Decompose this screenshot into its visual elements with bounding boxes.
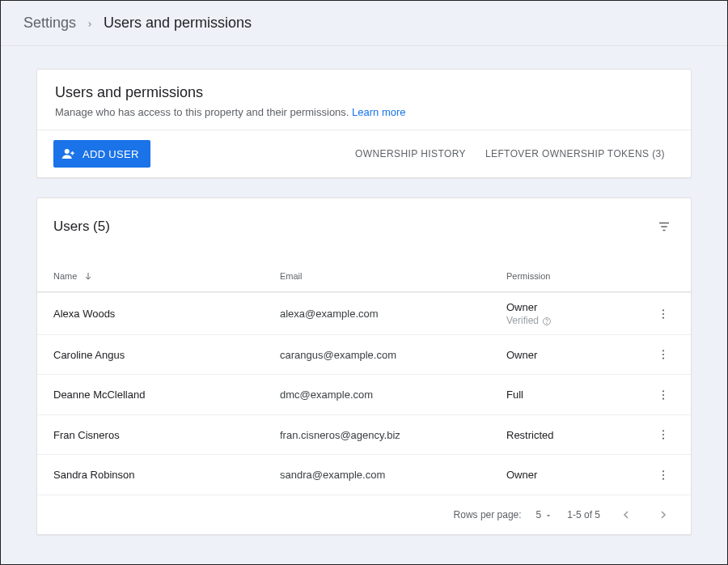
svg-point-20 [662, 474, 664, 476]
cell-name: Alexa Woods [53, 308, 280, 320]
svg-point-15 [662, 398, 664, 400]
person-add-icon [61, 147, 76, 161]
pager-range: 1-5 of 5 [567, 509, 600, 520]
cell-permission: Owner [506, 469, 650, 481]
svg-point-0 [65, 149, 70, 154]
chevron-right-icon [657, 508, 670, 520]
table-row: Deanne McClellanddmc@example.comFull [37, 374, 691, 414]
ownership-history-button[interactable]: OWNERSHIP HISTORY [345, 142, 476, 166]
svg-point-14 [662, 394, 664, 396]
page-title: Users and permissions [55, 84, 673, 101]
column-header-email[interactable]: Email [280, 271, 506, 281]
svg-point-16 [662, 431, 664, 432]
row-menu-button[interactable] [652, 302, 675, 325]
cell-permission: OwnerVerified [506, 301, 650, 326]
row-menu-button[interactable] [652, 423, 675, 446]
rows-per-page-label: Rows per page: [454, 509, 522, 520]
cell-email: fran.cisneros@agency.biz [280, 429, 506, 441]
column-name-label: Name [53, 271, 77, 281]
cell-email: dmc@example.com [280, 389, 506, 401]
svg-point-18 [662, 438, 664, 440]
cell-email: sandra@example.com [280, 469, 506, 481]
page-subtitle: Manage who has access to this property a… [55, 106, 673, 118]
add-user-label: ADD USER [83, 148, 139, 160]
svg-point-6 [547, 323, 548, 324]
breadcrumb: Settings Users and permissions [1, 1, 727, 46]
table-row: Caroline Anguscarangus@example.comOwner [37, 334, 691, 374]
app-frame: Settings Users and permissions Users and… [0, 0, 728, 565]
table-header-row: Name Email Permission [37, 260, 691, 292]
row-menu-button[interactable] [652, 383, 675, 406]
verified-badge: Verified [506, 315, 650, 326]
breadcrumb-parent[interactable]: Settings [23, 15, 76, 32]
cell-email: carangus@example.com [280, 349, 506, 361]
cell-email: alexa@example.com [280, 308, 506, 320]
table-row: Fran Cisnerosfran.cisneros@agency.bizRes… [37, 414, 691, 454]
arrow-down-icon [83, 270, 93, 281]
svg-point-9 [662, 316, 664, 318]
rows-per-page-select[interactable]: 5 [536, 509, 553, 520]
more-vert-icon [657, 388, 670, 400]
more-vert-icon [657, 307, 670, 319]
pager-prev-button[interactable] [615, 505, 637, 525]
content-area: Users and permissions Manage who has acc… [1, 46, 727, 535]
filter-icon [657, 220, 671, 232]
cell-name: Deanne McClelland [53, 389, 280, 401]
more-vert-icon [657, 348, 670, 360]
cell-permission: Restricted [506, 429, 650, 441]
table-title: Users (5) [53, 219, 110, 235]
filter-button[interactable] [654, 216, 675, 237]
add-user-button[interactable]: ADD USER [53, 140, 150, 168]
column-header-permission[interactable]: Permission [506, 271, 650, 281]
subtitle-text: Manage who has access to this property a… [55, 106, 349, 118]
svg-point-12 [662, 358, 664, 359]
svg-point-7 [662, 309, 664, 311]
svg-point-19 [662, 470, 664, 472]
table-row: Sandra Robinsonsandra@example.comOwner [37, 454, 691, 494]
more-vert-icon [657, 468, 670, 480]
pager-next-button[interactable] [652, 505, 675, 525]
users-table-card: Users (5) Name Email Permission [36, 198, 692, 535]
cell-name: Fran Cisneros [53, 429, 280, 441]
svg-point-13 [662, 390, 664, 392]
toolbar: ADD USER OWNERSHIP HISTORY LEFTOVER OWNE… [37, 130, 691, 177]
column-header-name[interactable]: Name [53, 270, 280, 281]
svg-point-17 [662, 434, 664, 435]
chevron-left-icon [620, 508, 633, 520]
svg-point-21 [662, 478, 664, 480]
header-card: Users and permissions Manage who has acc… [36, 69, 692, 178]
row-menu-button[interactable] [652, 463, 675, 486]
table-row: Alexa Woodsalexa@example.comOwnerVerifie… [37, 292, 691, 334]
svg-point-8 [662, 313, 664, 315]
cell-name: Caroline Angus [53, 349, 280, 361]
help-icon[interactable] [542, 315, 552, 326]
leftover-tokens-button[interactable]: LEFTOVER OWNERSHIP TOKENS (3) [476, 142, 675, 166]
svg-point-11 [662, 354, 664, 355]
caret-down-icon [544, 509, 552, 520]
svg-marker-22 [547, 515, 550, 516]
breadcrumb-current: Users and permissions [104, 15, 252, 32]
rows-per-page-value: 5 [536, 509, 542, 520]
cell-permission: Owner [506, 349, 650, 361]
learn-more-link[interactable]: Learn more [352, 106, 405, 118]
more-vert-icon [657, 428, 670, 440]
svg-point-10 [662, 350, 664, 352]
cell-permission: Full [506, 389, 650, 401]
pager: Rows per page: 5 1-5 of 5 [37, 495, 691, 534]
verified-label: Verified [506, 315, 539, 326]
cell-name: Sandra Robinson [53, 469, 280, 481]
row-menu-button[interactable] [652, 343, 675, 366]
chevron-right-icon [86, 17, 94, 30]
